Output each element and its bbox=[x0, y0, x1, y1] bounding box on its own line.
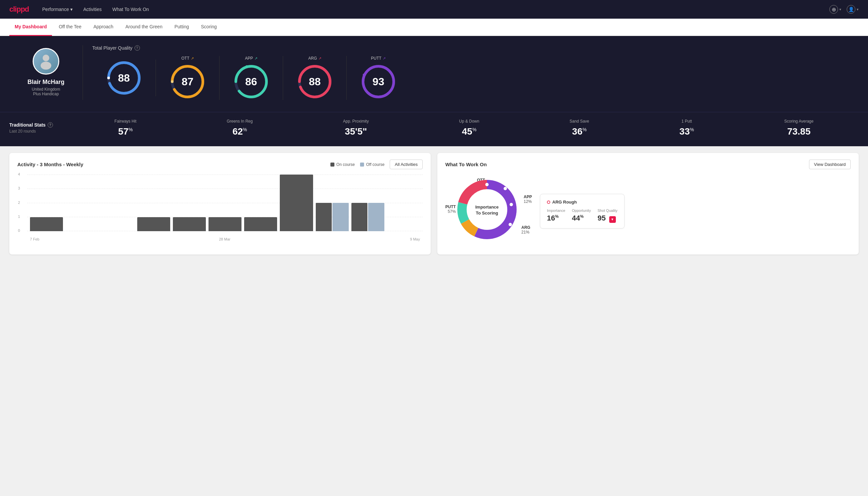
circle-arg-value: 88 bbox=[309, 76, 321, 88]
activity-card-title: Activity - 3 Months - Weekly bbox=[17, 161, 83, 167]
arg-stats: Importance 16% Opportunity 44% Shot Qual… bbox=[547, 208, 617, 223]
player-info: Blair McHarg United Kingdom Plus Handica… bbox=[9, 45, 83, 100]
stat-sand-save: Sand Save 36% bbox=[570, 119, 589, 137]
donut-center-text: Importance To Scoring bbox=[475, 204, 499, 216]
tab-off-the-tee[interactable]: Off the Tee bbox=[53, 19, 86, 36]
app-label: APP ↗ bbox=[245, 56, 257, 61]
donut-svg-container: Importance To Scoring bbox=[455, 178, 519, 243]
chart-area: 4 3 2 1 0 7 Feb 28 Mar 9 May bbox=[17, 174, 423, 241]
shot-quality-badge: ▼ bbox=[609, 216, 616, 223]
chevron-down-icon: ▾ bbox=[70, 7, 73, 12]
svg-point-0 bbox=[43, 55, 49, 61]
trad-label-wrap: Traditional Stats ? Last 20 rounds bbox=[9, 122, 69, 134]
main-nav: Performance ▾ Activities What To Work On bbox=[42, 7, 149, 12]
bar-group-4 bbox=[173, 217, 206, 232]
arg-card-title: ARG Rough bbox=[547, 200, 617, 204]
bar-oncourse-6 bbox=[244, 217, 277, 232]
svg-point-13 bbox=[312, 96, 315, 98]
all-activities-button[interactable]: All Activities bbox=[390, 159, 423, 169]
arg-shot-quality: Shot Quality 95 ▼ bbox=[598, 208, 617, 223]
arg-label-donut: ARG 21% bbox=[521, 225, 530, 234]
arg-importance: Importance 16% bbox=[547, 208, 565, 223]
arg-circle-icon bbox=[547, 201, 550, 204]
user-menu[interactable]: 👤 ▾ bbox=[847, 5, 859, 14]
bar-group-7 bbox=[280, 174, 313, 231]
nav-activities[interactable]: Activities bbox=[83, 7, 101, 12]
logo[interactable]: clippd bbox=[9, 5, 29, 14]
tpq-section: Total Player Quality ? 88 OTT bbox=[83, 45, 859, 100]
putt-label: PUTT ↗ bbox=[371, 56, 386, 61]
circle-overall-container: 88 bbox=[106, 60, 142, 96]
avatar bbox=[33, 48, 59, 75]
tabs-bar: My Dashboard Off the Tee Approach Around… bbox=[0, 19, 868, 36]
stat-up-down: Up & Down 45% bbox=[459, 119, 479, 137]
bar-oncourse-3 bbox=[137, 217, 170, 232]
bar-oncourse-8 bbox=[316, 203, 332, 231]
oncourse-dot bbox=[330, 162, 334, 167]
circle-ott-value: 87 bbox=[182, 76, 193, 88]
svg-point-1 bbox=[41, 62, 51, 69]
add-button[interactable]: ⊕ ▾ bbox=[830, 5, 841, 14]
nav-what-to-work-on[interactable]: What To Work On bbox=[112, 7, 149, 12]
bar-group-3 bbox=[137, 217, 170, 232]
app-label-donut: APP 12% bbox=[524, 195, 532, 204]
circle-ott-container: 87 bbox=[169, 63, 206, 100]
bar-offcourse-8 bbox=[332, 203, 349, 231]
bar-oncourse-0 bbox=[30, 217, 63, 232]
trad-help-icon[interactable]: ? bbox=[48, 122, 53, 128]
bar-group-0 bbox=[30, 217, 63, 232]
circle-putt-container: 93 bbox=[360, 63, 397, 100]
bar-group-6 bbox=[244, 217, 277, 232]
circle-arg-container: 88 bbox=[297, 63, 333, 100]
arg-opportunity: Opportunity 44% bbox=[572, 208, 591, 223]
legend-offcourse: Off course bbox=[360, 162, 384, 167]
view-dashboard-button[interactable]: View Dashboard bbox=[809, 159, 851, 169]
traditional-stats: Traditional Stats ? Last 20 rounds Fairw… bbox=[0, 112, 868, 146]
score-circles: 88 OTT ↗ 87 bbox=[92, 56, 859, 100]
header-right: ⊕ ▾ 👤 ▾ bbox=[830, 5, 859, 14]
bars-container bbox=[27, 174, 423, 231]
tpq-label: Total Player Quality ? bbox=[92, 45, 859, 51]
bar-group-9 bbox=[351, 203, 384, 231]
nav-performance[interactable]: Performance ▾ bbox=[42, 7, 73, 12]
circle-app-container: 86 bbox=[233, 63, 269, 100]
player-name: Blair McHarg bbox=[27, 79, 64, 86]
bar-offcourse-9 bbox=[368, 203, 384, 231]
trad-stats-label: Traditional Stats ? bbox=[9, 122, 69, 128]
workon-card: What To Work On View Dashboard PUTT 57% … bbox=[437, 153, 859, 254]
tab-scoring[interactable]: Scoring bbox=[195, 19, 222, 36]
bar-oncourse-9 bbox=[351, 203, 368, 231]
arg-label: ARG ↗ bbox=[308, 56, 321, 61]
workon-card-header: What To Work On View Dashboard bbox=[445, 159, 851, 169]
chevron-down-icon: ▾ bbox=[839, 7, 841, 12]
trad-stats-sub: Last 20 rounds bbox=[9, 129, 69, 134]
bottom-section: Activity - 3 Months - Weekly On course O… bbox=[0, 146, 868, 261]
workon-card-title: What To Work On bbox=[445, 161, 487, 167]
putt-label: PUTT 57% bbox=[445, 204, 456, 214]
hero-section: Blair McHarg United Kingdom Plus Handica… bbox=[0, 36, 868, 112]
svg-point-7 bbox=[171, 80, 174, 83]
tab-my-dashboard[interactable]: My Dashboard bbox=[9, 19, 52, 36]
chart-x-labels: 7 Feb 28 Mar 9 May bbox=[27, 237, 423, 241]
bar-group-5 bbox=[208, 217, 241, 232]
tab-around-the-green[interactable]: Around the Green bbox=[120, 19, 168, 36]
bar-oncourse-7 bbox=[280, 174, 313, 231]
offcourse-dot bbox=[360, 162, 364, 167]
activity-legend: On course Off course bbox=[330, 162, 385, 167]
help-icon[interactable]: ? bbox=[135, 45, 140, 51]
circle-putt: PUTT ↗ 93 bbox=[347, 56, 410, 100]
bar-oncourse-5 bbox=[208, 217, 241, 232]
stat-app-proximity: App. Proximity 35'5" bbox=[343, 119, 369, 137]
svg-point-22 bbox=[485, 183, 489, 186]
workon-content: PUTT 57% OTT 10% APP 12% ARG bbox=[445, 174, 851, 248]
player-country: United Kingdom bbox=[32, 87, 60, 92]
header: clippd Performance ▾ Activities What To … bbox=[0, 0, 868, 19]
tab-approach[interactable]: Approach bbox=[88, 19, 119, 36]
tab-putting[interactable]: Putting bbox=[169, 19, 194, 36]
svg-point-23 bbox=[504, 187, 507, 190]
legend-oncourse: On course bbox=[330, 162, 355, 167]
activity-card-header: Activity - 3 Months - Weekly On course O… bbox=[17, 159, 423, 169]
svg-point-4 bbox=[107, 77, 110, 79]
svg-point-10 bbox=[246, 65, 248, 68]
circle-ott: OTT ↗ 87 bbox=[156, 56, 220, 100]
